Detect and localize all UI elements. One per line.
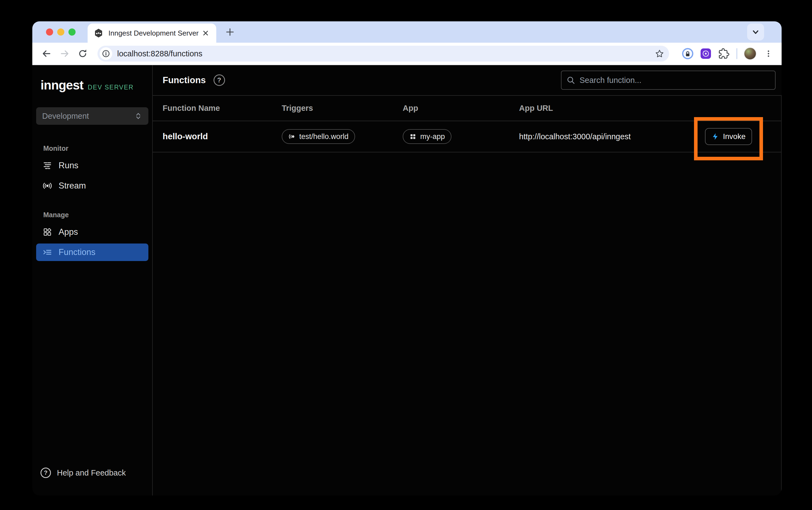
- main-content: Functions ? Function Name Triggers App A…: [153, 65, 782, 496]
- manage-section-label: Manage: [43, 211, 152, 219]
- browser-window: Inngest Development Server: [32, 21, 782, 496]
- trigger-name: test/hello.world: [299, 132, 349, 141]
- column-header-app-url: App URL: [519, 104, 705, 113]
- sidebar-item-functions[interactable]: Functions: [36, 243, 148, 261]
- search-box[interactable]: [561, 70, 776, 90]
- bookmark-star-icon[interactable]: [655, 49, 664, 58]
- back-button[interactable]: [40, 48, 53, 60]
- invoke-button-label: Invoke: [723, 132, 746, 141]
- inngest-logo: inngest: [40, 78, 84, 92]
- column-header-function-name: Function Name: [163, 104, 282, 113]
- table-row[interactable]: hello-world test/hello.world: [153, 121, 781, 152]
- help-circle-icon: ?: [40, 468, 51, 478]
- app-url: http://localhost:3000/api/inngest: [519, 132, 705, 141]
- site-info-icon[interactable]: [100, 47, 112, 60]
- browser-menu-icon[interactable]: [762, 48, 775, 60]
- browser-toolbar: localhost:8288/functions: [32, 43, 782, 65]
- main-header: Functions ?: [153, 65, 782, 96]
- inngest-favicon: [94, 28, 104, 38]
- functions-icon: [43, 248, 52, 257]
- search-input[interactable]: [580, 76, 770, 85]
- search-icon: [567, 76, 575, 85]
- function-name: hello-world: [163, 131, 282, 142]
- column-header-app: App: [403, 104, 519, 113]
- zoom-window-button[interactable]: [68, 28, 76, 36]
- help-and-feedback-label: Help and Feedback: [57, 469, 126, 477]
- browser-extension-icon[interactable]: [700, 48, 712, 60]
- toolbar-divider: [736, 48, 737, 59]
- runs-icon: [43, 161, 52, 170]
- sidebar-item-label: Runs: [59, 160, 78, 171]
- environment-selector[interactable]: Development: [36, 107, 148, 125]
- apps-icon: [43, 228, 52, 237]
- sidebar-item-runs[interactable]: Runs: [36, 157, 148, 174]
- sidebar-item-label: Stream: [59, 181, 86, 191]
- page-title: Functions: [163, 75, 206, 85]
- functions-help-icon[interactable]: ?: [213, 74, 225, 86]
- minimize-window-button[interactable]: [57, 28, 64, 36]
- bolt-icon: [712, 133, 719, 140]
- trigger-badge[interactable]: test/hello.world: [282, 129, 355, 144]
- profile-avatar[interactable]: [744, 47, 756, 60]
- address-bar[interactable]: localhost:8288/functions: [97, 46, 669, 62]
- app-name: my-app: [420, 132, 445, 141]
- tab-title: Inngest Development Server: [108, 29, 201, 37]
- invoke-button[interactable]: Invoke: [705, 128, 752, 145]
- tab-close-icon[interactable]: [201, 28, 210, 38]
- browser-tab[interactable]: Inngest Development Server: [88, 24, 216, 43]
- sidebar-item-stream[interactable]: Stream: [36, 177, 148, 194]
- environment-selector-value: Development: [42, 112, 134, 121]
- app-badge[interactable]: my-app: [403, 129, 452, 144]
- functions-table: Function Name Triggers App App URL hello…: [153, 96, 782, 496]
- monitor-section-label: Monitor: [43, 145, 152, 152]
- sidebar-item-apps[interactable]: Apps: [36, 223, 148, 241]
- column-header-triggers: Triggers: [282, 104, 403, 113]
- app-grid-icon: [409, 133, 416, 140]
- forward-button[interactable]: [59, 48, 70, 60]
- extensions-puzzle-icon[interactable]: [718, 48, 730, 60]
- sidebar: inngest DEV SERVER Development Monitor: [32, 65, 153, 496]
- table-header-row: Function Name Triggers App App URL: [153, 96, 781, 121]
- dev-server-badge: DEV SERVER: [88, 84, 134, 91]
- help-and-feedback[interactable]: ? Help and Feedback: [40, 468, 152, 478]
- sidebar-item-label: Functions: [59, 247, 95, 257]
- password-manager-extension-icon[interactable]: [682, 48, 694, 60]
- sidebar-item-label: Apps: [59, 227, 78, 237]
- window-controls: [46, 28, 76, 36]
- new-tab-button[interactable]: [222, 24, 238, 40]
- event-trigger-icon: [288, 133, 295, 140]
- tab-search-chevron-icon[interactable]: [747, 24, 764, 40]
- url-text: localhost:8288/functions: [117, 49, 655, 58]
- inngest-dev-server-page: inngest DEV SERVER Development Monitor: [32, 65, 782, 496]
- reload-button[interactable]: [77, 48, 89, 60]
- chevrons-up-down-icon: [134, 112, 142, 120]
- close-window-button[interactable]: [46, 28, 53, 36]
- tab-strip: Inngest Development Server: [32, 21, 782, 43]
- stream-icon: [43, 181, 52, 190]
